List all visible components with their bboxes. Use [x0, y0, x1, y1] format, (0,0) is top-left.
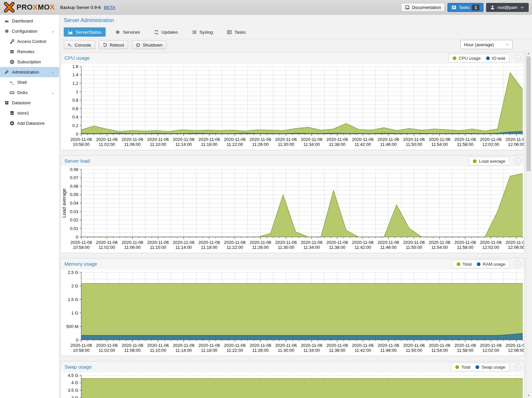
- svg-text:2020-11-06: 2020-11-06: [301, 137, 323, 142]
- svg-text:2.5 G: 2.5 G: [68, 270, 78, 275]
- sidebar-item-datastore[interactable]: Datastore: [0, 98, 59, 108]
- chevron-down-icon: [520, 5, 525, 10]
- scrollbar-thumb[interactable]: [526, 56, 531, 171]
- brand-text: PROXMOX: [17, 3, 55, 12]
- vertical-scrollbar[interactable]: ▲ ▼: [526, 51, 531, 398]
- svg-text:0.6: 0.6: [72, 106, 78, 111]
- documentation-button[interactable]: Documentation: [401, 3, 445, 12]
- svg-text:1.6: 1.6: [72, 64, 78, 69]
- svg-text:2020-11-06: 2020-11-06: [122, 240, 143, 245]
- svg-text:11:54:00: 11:54:00: [431, 348, 448, 353]
- svg-text:10:58:00: 10:58:00: [73, 245, 90, 250]
- reboot-icon: [103, 43, 107, 47]
- svg-text:11:46:00: 11:46:00: [380, 348, 397, 353]
- legend-label: RAM usage: [483, 262, 505, 267]
- chevron-right-icon[interactable]: [51, 91, 54, 94]
- svg-text:11:18:00: 11:18:00: [201, 348, 218, 353]
- sidebar-item-label: store1: [17, 111, 29, 116]
- collapse-panel-icon[interactable]: −: [514, 363, 521, 370]
- beta-link[interactable]: BETA: [104, 5, 115, 10]
- sidebar-item-store1[interactable]: store1: [0, 108, 59, 118]
- svg-text:11:50:00: 11:50:00: [406, 348, 422, 353]
- scroll-up-arrow[interactable]: ▲: [526, 51, 531, 56]
- svg-text:0: 0: [76, 132, 78, 137]
- legend-item[interactable]: Load average: [473, 159, 505, 164]
- svg-text:11:42:00: 11:42:00: [355, 348, 371, 353]
- legend-item[interactable]: Total: [455, 365, 470, 370]
- tab-serverstatus[interactable]: ServerStatus: [64, 27, 106, 37]
- page-title: Server Administration: [64, 17, 114, 23]
- svg-text:1 G: 1 G: [71, 311, 78, 315]
- panel-body: 0500 M1 G1.5 G2 G2.5 G2020-11-0610:58:00…: [61, 270, 524, 356]
- svg-text:1.2: 1.2: [72, 81, 78, 86]
- sidebar-item-access-control[interactable]: Access Control: [0, 36, 59, 47]
- chart-cpu-usage: 00.20.40.60.811.21.41.62020-11-0610:58:0…: [61, 64, 524, 150]
- svg-text:0.2: 0.2: [72, 123, 78, 128]
- book-icon: [405, 5, 410, 10]
- tab-services[interactable]: Services: [111, 27, 144, 37]
- sidebar-item-administration[interactable]: Administration: [0, 67, 59, 77]
- sidebar-item-configuration[interactable]: Configuration: [0, 26, 59, 36]
- sidebar-item-shell[interactable]: >_Shell: [0, 77, 59, 87]
- collapse-panel-icon[interactable]: −: [514, 157, 521, 164]
- proxmox-x-icon: [3, 2, 15, 13]
- svg-text:2020-11-06: 2020-11-06: [301, 343, 323, 348]
- legend-label: CPU usage: [459, 56, 480, 61]
- svg-text:2020-11-06: 2020-11-06: [403, 137, 425, 142]
- shutdown-button[interactable]: Shutdown: [132, 41, 166, 49]
- svg-text:12:02:00: 12:02:00: [482, 348, 499, 353]
- collapse-panel-icon[interactable]: −: [514, 54, 521, 61]
- user-menu-button[interactable]: root@pam: [486, 3, 529, 12]
- bars-icon: [9, 49, 15, 54]
- time-range-select[interactable]: Hour (average): [460, 40, 513, 49]
- svg-text:2020-11-06: 2020-11-06: [198, 343, 220, 348]
- sidebar-item-dashboard[interactable]: Dashboard: [0, 16, 59, 26]
- chevron-down-icon[interactable]: [51, 30, 54, 33]
- legend-item[interactable]: RAM usage: [477, 262, 505, 267]
- sidebar-item-remotes[interactable]: Remotes: [0, 47, 59, 57]
- svg-text:2020-11-06: 2020-11-06: [352, 240, 374, 245]
- sidebar-item-label: Subscription: [17, 59, 41, 64]
- svg-text:2020-11-06: 2020-11-06: [326, 137, 348, 142]
- tab-tasks[interactable]: Tasks: [223, 27, 250, 37]
- tab-bar: ServerStatusServicesUpdatesSyslogTasks: [64, 27, 250, 37]
- svg-text:0.01: 0.01: [70, 226, 78, 231]
- svg-text:2020-11-06: 2020-11-06: [326, 240, 348, 245]
- tab-label: Tasks: [234, 30, 246, 35]
- legend-label: Swap usage: [481, 365, 505, 370]
- svg-text:2020-11-06: 2020-11-06: [275, 240, 297, 245]
- chevron-down-icon[interactable]: [51, 71, 54, 74]
- panel-swap-usage: Swap usageTotalSwap usage−0500 M1 G1.5 G…: [60, 361, 524, 398]
- svg-text:2020-11-06: 2020-11-06: [250, 343, 271, 348]
- svg-text:11:50:00: 11:50:00: [406, 245, 422, 250]
- chart-swap-usage: 0500 M1 G1.5 G2 G2.5 G3 G3.5 G4 G4.5 G20…: [61, 373, 524, 398]
- legend-dot-icon: [477, 262, 480, 266]
- sidebar-item-label: Remotes: [17, 49, 34, 54]
- tab-updates[interactable]: Updates: [150, 27, 182, 37]
- dashboard-icon: [4, 18, 9, 24]
- panel-title: Memory usage: [64, 261, 97, 267]
- tab-label: Syslog: [199, 30, 213, 35]
- scroll-down-arrow[interactable]: ▼: [526, 393, 531, 398]
- sidebar-item-disks[interactable]: Disks: [0, 87, 59, 98]
- panel-title: CPU usage: [64, 55, 90, 61]
- tab-syslog[interactable]: Syslog: [188, 27, 217, 37]
- tasks-button[interactable]: Tasks 1: [447, 3, 483, 12]
- legend-item[interactable]: Total: [457, 262, 472, 267]
- svg-text:11:54:00: 11:54:00: [431, 142, 448, 147]
- legend-item[interactable]: Swap usage: [476, 365, 505, 370]
- collapse-panel-icon[interactable]: −: [514, 260, 521, 267]
- refresh-icon: [154, 30, 159, 35]
- legend-item[interactable]: CPU usage: [453, 56, 480, 61]
- svg-text:0.08: 0.08: [70, 167, 78, 172]
- sidebar-item-add-datastore[interactable]: Add Datastore: [0, 118, 59, 128]
- legend-label: Total: [461, 365, 470, 370]
- svg-text:2020-11-06: 2020-11-06: [96, 137, 118, 142]
- legend-item[interactable]: IO wait: [486, 56, 505, 61]
- sidebar-item-subscription[interactable]: Subscription: [0, 57, 59, 67]
- area-chart-icon: [68, 30, 73, 35]
- reboot-button[interactable]: Reboot: [99, 41, 128, 49]
- console-button[interactable]: Console: [64, 41, 95, 49]
- chart-legend: TotalSwap usage: [451, 363, 510, 371]
- svg-text:12:06:00: 12:06:00: [508, 245, 524, 250]
